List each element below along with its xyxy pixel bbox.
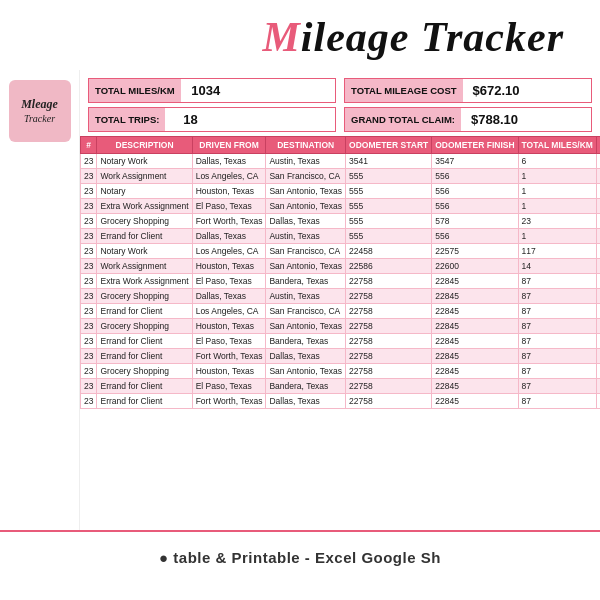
table-cell: 22845 (432, 334, 518, 349)
table-cell: San Antonio, Texas (266, 199, 346, 214)
table-cell: Errand for Client (97, 334, 192, 349)
table-cell: Work Assignment (97, 259, 192, 274)
table-cell: Extra Work Assignment (97, 199, 192, 214)
table-cell: 23 (81, 259, 97, 274)
table-cell: 22458 (346, 244, 432, 259)
table-cell: Fort Worth, Texas (192, 349, 266, 364)
table-cell: Grocery Shopping (97, 289, 192, 304)
table-cell: $0.65 (596, 214, 600, 229)
table-cell: 22845 (432, 304, 518, 319)
table-cell: $0.65 (596, 304, 600, 319)
table-cell: San Antonio, Texas (266, 319, 346, 334)
table-row: 23Errand for ClientEl Paso, TexasBandera… (81, 334, 601, 349)
sidebar-logo: Mleage Tracker (9, 80, 71, 142)
table-row: 23Errand for ClientFort Worth, TexasDall… (81, 349, 601, 364)
sidebar-logo-line1: Mleage (21, 97, 58, 113)
col-header-odo-finish: ODOMETER FINISH (432, 137, 518, 154)
table-cell: 23 (518, 214, 596, 229)
table-cell: $0.65 (596, 289, 600, 304)
table-cell: Bandera, Texas (266, 274, 346, 289)
table-cell: Fort Worth, Texas (192, 394, 266, 409)
table-cell: 22845 (432, 364, 518, 379)
grand-total-group: GRAND TOTAL CLAIM: $788.10 (344, 107, 592, 132)
table-cell: 23 (81, 364, 97, 379)
table-row: 23Notary WorkLos Angeles, CASan Francisc… (81, 244, 601, 259)
table-cell: San Antonio, Texas (266, 364, 346, 379)
table-cell: Los Angeles, CA (192, 304, 266, 319)
table-cell: Notary (97, 184, 192, 199)
table-cell: Houston, Texas (192, 364, 266, 379)
table-cell: 3541 (346, 154, 432, 169)
table-cell: San Antonio, Texas (266, 259, 346, 274)
table-cell: 556 (432, 184, 518, 199)
table-cell: 22758 (346, 394, 432, 409)
page-header: Mileage Tracker (0, 0, 600, 70)
table-cell: San Francisco, CA (266, 244, 346, 259)
table-row: 23Errand for ClientLos Angeles, CASan Fr… (81, 304, 601, 319)
table-cell: 556 (432, 229, 518, 244)
table-cell: $0.65 (596, 394, 600, 409)
table-cell: 22845 (432, 394, 518, 409)
table-cell: 87 (518, 364, 596, 379)
table-row: 23Grocery ShoppingHouston, TexasSan Anto… (81, 364, 601, 379)
table-cell: Errand for Client (97, 394, 192, 409)
table-cell: $0.65 (596, 379, 600, 394)
table-row: 23Grocery ShoppingHouston, TexasSan Anto… (81, 319, 601, 334)
table-cell: 6 (518, 154, 596, 169)
table-cell: Austin, Texas (266, 229, 346, 244)
table-cell: 1 (518, 184, 596, 199)
table-cell: 23 (81, 394, 97, 409)
table-cell: Bandera, Texas (266, 379, 346, 394)
table-row: 23Extra Work AssignmentEl Paso, TexasBan… (81, 274, 601, 289)
main-area: Mleage Tracker TOTAL MILES/KM 1034 TOTAL… (0, 70, 600, 530)
table-cell: 23 (81, 244, 97, 259)
table-cell: Dallas, Texas (192, 289, 266, 304)
table-cell: 555 (346, 214, 432, 229)
mileage-table-container: # DESCRIPTION DRIVEN FROM DESTINATION OD… (80, 136, 600, 530)
col-header-driven-from: DRIVEN FROM (192, 137, 266, 154)
table-cell: 23 (81, 349, 97, 364)
table-cell: 87 (518, 274, 596, 289)
table-cell: 22758 (346, 379, 432, 394)
table-cell: 22845 (432, 379, 518, 394)
table-cell: 23 (81, 289, 97, 304)
table-cell: $0.65 (596, 154, 600, 169)
table-cell: 22758 (346, 319, 432, 334)
table-cell: 23 (81, 319, 97, 334)
table-cell: Extra Work Assignment (97, 274, 192, 289)
table-cell: $0.65 (596, 199, 600, 214)
table-row: 23Extra Work AssignmentEl Paso, TexasSan… (81, 199, 601, 214)
grand-total-value: $788.10 (461, 108, 528, 131)
col-header-destination: DESTINATION (266, 137, 346, 154)
table-cell: 22845 (432, 319, 518, 334)
table-cell: 87 (518, 289, 596, 304)
table-cell: 23 (81, 199, 97, 214)
total-mileage-cost-label: TOTAL MILEAGE COST (345, 79, 463, 102)
table-cell: Notary Work (97, 244, 192, 259)
table-cell: 555 (346, 184, 432, 199)
table-cell: Houston, Texas (192, 184, 266, 199)
sidebar: Mleage Tracker (0, 70, 80, 530)
page-title: Mileage Tracker (262, 13, 564, 61)
total-miles-value: 1034 (181, 79, 231, 102)
table-cell: $0.65 (596, 169, 600, 184)
table-cell: Dallas, Texas (266, 349, 346, 364)
stats-row-2: TOTAL TRIPS: 18 GRAND TOTAL CLAIM: $788.… (80, 107, 600, 136)
total-trips-label: TOTAL TRIPS: (89, 108, 165, 131)
table-cell: Notary Work (97, 154, 192, 169)
stats-row-1: TOTAL MILES/KM 1034 TOTAL MILEAGE COST $… (80, 70, 600, 107)
table-cell: 22758 (346, 304, 432, 319)
table-cell: Austin, Texas (266, 289, 346, 304)
table-cell: 23 (81, 214, 97, 229)
sidebar-logo-line2: Tracker (24, 112, 55, 125)
table-cell: $0.65 (596, 274, 600, 289)
table-cell: 3547 (432, 154, 518, 169)
table-row: 23NotaryHouston, TexasSan Antonio, Texas… (81, 184, 601, 199)
table-cell: Grocery Shopping (97, 364, 192, 379)
total-trips-value: 18 (165, 108, 215, 131)
table-row: 23Grocery ShoppingFort Worth, TexasDalla… (81, 214, 601, 229)
total-mileage-cost-group: TOTAL MILEAGE COST $672.10 (344, 78, 592, 103)
table-cell: 578 (432, 214, 518, 229)
table-cell: El Paso, Texas (192, 199, 266, 214)
table-cell: Los Angeles, CA (192, 169, 266, 184)
